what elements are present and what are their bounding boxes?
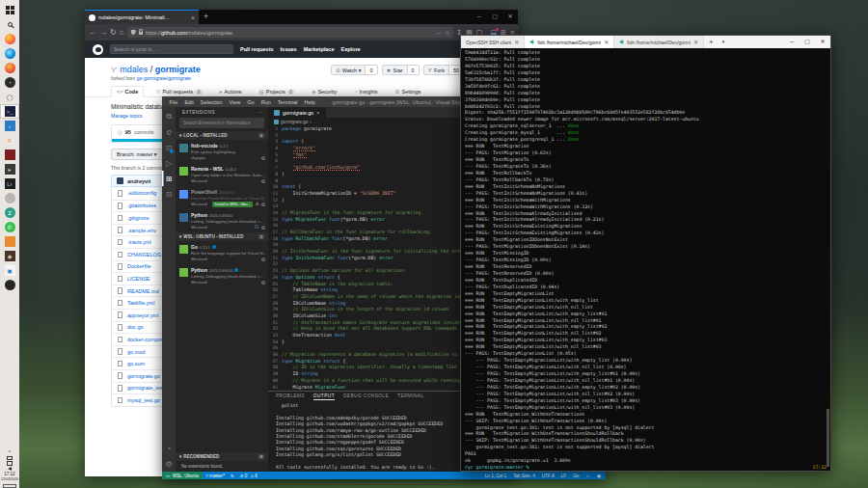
- volume-icon[interactable]: [8, 467, 12, 471]
- extension-python[interactable]: Python2020.3.69010Linting, Debugging (mu…: [176, 264, 268, 287]
- app-firefox[interactable]: [0, 32, 19, 46]
- menu-selection[interactable]: Selection: [197, 99, 226, 105]
- extension-powershell[interactable]: PowerShell2020.3.0Develop PowerShell scr…: [176, 186, 268, 209]
- repo-tab-code[interactable]: <>Code: [111, 86, 144, 97]
- settings-gear-icon[interactable]: ⚙: [162, 456, 176, 472]
- forked-from-link[interactable]: go-gormigrate/gormigrate: [137, 75, 191, 81]
- tab-close-icon[interactable]: ✕: [514, 39, 519, 45]
- start-button[interactable]: [0, 3, 19, 17]
- tab-close-icon[interactable]: ×: [191, 14, 195, 21]
- terminal-output[interactable]: 59ab43dd721a: Pull complete57da900ec92c:…: [461, 48, 830, 471]
- section-recommended[interactable]: ▾RECOMMENDED8: [176, 452, 268, 461]
- install-in-wsl-button[interactable]: Install in WSL: Ubu…: [212, 202, 253, 207]
- github-search-input[interactable]: Search or jump to…: [110, 44, 233, 54]
- branch-indicator[interactable]: ϒ master*: [203, 474, 228, 478]
- terminal-scrollbar[interactable]: [827, 48, 829, 471]
- status-item[interactable]: Ln 1, Col 1: [485, 474, 506, 478]
- app-orange[interactable]: [0, 234, 19, 249]
- problems-indicator[interactable]: ⊘0 ⚠6: [237, 474, 260, 478]
- branch-selector-button[interactable]: Branch: master ▾: [111, 149, 163, 160]
- repo-tab-pull-requests[interactable]: ϒPull requests0: [151, 87, 207, 96]
- status-item[interactable]: LF: [561, 474, 566, 478]
- https-lock-icon[interactable]: [139, 32, 143, 36]
- extension-remote-wsl[interactable]: Remote - WSL0.44.2Open any folder in the…: [176, 163, 268, 186]
- gear-icon[interactable]: ⚙: [261, 202, 265, 207]
- menu-help[interactable]: Help: [301, 99, 318, 105]
- app-vscode[interactable]: ‹: [0, 119, 19, 133]
- watch-button[interactable]: ⊙Watch ▾0: [331, 65, 377, 75]
- terminal-tab[interactable]: fish /home/michael/Dev/gormi✕: [525, 36, 614, 48]
- page-actions-icon[interactable]: ⋯: [436, 29, 442, 36]
- tray-chevron-icon[interactable]: ^: [9, 449, 12, 455]
- terminal-maximize-button[interactable]: ▢: [800, 36, 815, 48]
- tracking-shield-icon[interactable]: [131, 30, 136, 36]
- info-icon[interactable]: ⓘ: [255, 225, 259, 230]
- forward-button[interactable]: →: [99, 29, 107, 37]
- gear-icon[interactable]: ⚙: [261, 178, 265, 184]
- status-item[interactable]: Tab Size: 4: [513, 474, 535, 478]
- back-button[interactable]: ←: [89, 29, 96, 37]
- home-button[interactable]: ⌂: [120, 29, 124, 37]
- app-edge[interactable]: [0, 46, 19, 61]
- repo-tab-insights[interactable]: ◔Insights: [349, 87, 382, 96]
- browser-minimize-button[interactable]: ─: [472, 10, 487, 24]
- gear-icon[interactable]: ⚙: [261, 257, 265, 262]
- bookmark-star-icon[interactable]: ☆: [445, 29, 449, 36]
- remote-indicator[interactable]: >< WSL: Ubuntu: [162, 472, 203, 479]
- browser-tab[interactable]: mdales/gormigrate: Minimali… ×: [85, 10, 199, 24]
- fork-button[interactable]: ϒFork50: [423, 65, 464, 75]
- taskbar-search-button[interactable]: [0, 17, 19, 32]
- github-nav-marketplace[interactable]: Marketplace: [304, 46, 335, 52]
- app-ring[interactable]: ◯: [0, 90, 19, 104]
- panel-tab-output[interactable]: OUTPUT: [313, 393, 335, 400]
- status-item[interactable]: ☺: [585, 474, 590, 478]
- terminal-new-tab-button[interactable]: +: [704, 36, 719, 48]
- browser-maximize-button[interactable]: ▢: [487, 10, 502, 24]
- github-nav-explore[interactable]: Explore: [340, 46, 360, 52]
- github-nav-pull-requests[interactable]: Pull requests: [240, 46, 274, 52]
- app-white-blue[interactable]: ▣: [0, 263, 19, 278]
- status-item[interactable]: UTF-8: [542, 474, 555, 478]
- terminal-dropdown-icon[interactable]: ▾: [719, 36, 729, 48]
- panel-tab-debug-console[interactable]: DEBUG CONSOLE: [343, 393, 389, 400]
- taskbar-clock[interactable]: 17:12 12/03/2020: [1, 472, 18, 481]
- editor-tab-close-icon[interactable]: ×: [316, 110, 320, 116]
- app-gray-dot[interactable]: [0, 191, 19, 205]
- app-terminal[interactable]: >_: [0, 104, 19, 119]
- extension-go[interactable]: Go0.13.1Rich Go language support for Vis…: [176, 241, 268, 264]
- tray-display-icon[interactable]: [7, 461, 13, 466]
- github-logo-icon[interactable]: [93, 44, 103, 55]
- status-item[interactable]: Go: [573, 474, 579, 478]
- accounts-icon[interactable]: ◔: [162, 441, 176, 456]
- sidebar-more-icon[interactable]: ···: [258, 110, 263, 115]
- run-debug-icon[interactable]: ▷: [162, 155, 176, 171]
- editor-tab[interactable]: gormigrate.go ×: [268, 107, 326, 118]
- app-whatsapp[interactable]: ✆: [0, 220, 19, 234]
- section-local-installed[interactable]: ▾LOCAL - INSTALLED4: [176, 131, 268, 140]
- section-wsl-ubuntu-installed[interactable]: ▾WSL: UBUNTU - INSTALLED2: [176, 232, 268, 241]
- tray-keyboard-icon[interactable]: [7, 456, 13, 460]
- menu-view[interactable]: View: [226, 99, 244, 105]
- repo-tab-actions[interactable]: ▸Actions: [215, 87, 247, 96]
- star-button[interactable]: ★Star0: [382, 65, 420, 75]
- app-black-circle[interactable]: [0, 278, 19, 292]
- remote-explorer-icon[interactable]: ⊡: [162, 140, 176, 155]
- app-z[interactable]: Z: [0, 205, 19, 220]
- extension-fish-vscode[interactable]: fish-vscode0.2.1Fish syntax highlighting…: [176, 140, 268, 163]
- menu-file[interactable]: File: [166, 99, 181, 105]
- repo-tab-settings[interactable]: ⚙Settings: [391, 87, 426, 96]
- gear-icon[interactable]: ⚙: [261, 280, 265, 285]
- panel-tab-terminal[interactable]: TERMINAL: [397, 393, 423, 400]
- terminal-close-button[interactable]: ✕: [815, 36, 830, 48]
- app-darkred[interactable]: [0, 148, 19, 162]
- github-nav-issues[interactable]: Issues: [281, 46, 297, 52]
- app-mail[interactable]: [0, 61, 19, 75]
- menu-go[interactable]: Go: [244, 99, 258, 105]
- gear-icon[interactable]: ⚙: [261, 225, 265, 230]
- repo-tab-projects[interactable]: ▤Projects0: [255, 87, 300, 96]
- app-dark-cam[interactable]: ◔: [0, 75, 19, 90]
- search-icon[interactable]: [162, 124, 176, 140]
- menu-terminal[interactable]: Terminal: [274, 99, 301, 105]
- watch-count[interactable]: 0: [365, 66, 376, 74]
- url-bar[interactable]: https://github.com/mdales/gormigrate ⋯ ☆: [127, 27, 454, 38]
